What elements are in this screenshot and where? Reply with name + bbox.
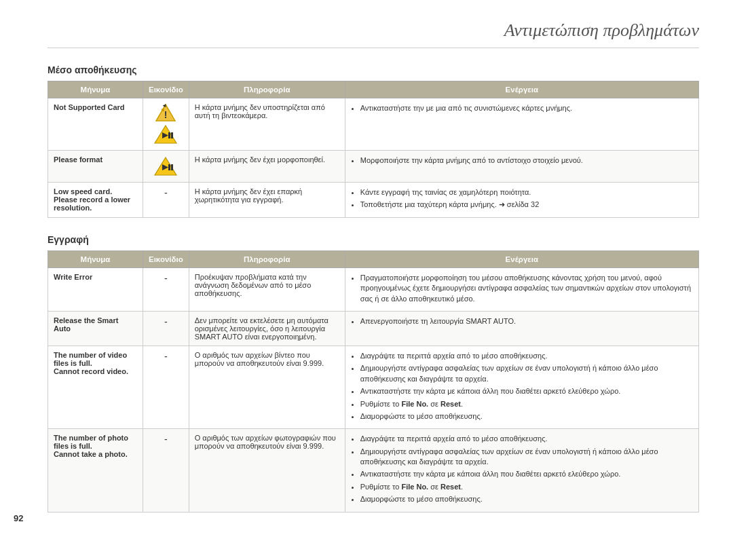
row-message: Not Supported Card <box>48 98 143 151</box>
page-number: 92 <box>14 513 23 523</box>
bold-file-no-2: File No. <box>401 483 428 491</box>
storage-header-message: Μήνυμα <box>48 81 143 98</box>
table-row: Please format Η κάρτα μνήμης δεν έχει μο… <box>48 151 699 183</box>
bold-file-no: File No. <box>401 400 428 408</box>
svg-text:!: ! <box>164 109 168 120</box>
row-icon: - <box>143 429 189 512</box>
row-action: Απενεργοποιήστε τη λειτουργία SMART AUTO… <box>345 311 698 346</box>
rec-header-icon: Εικονίδιο <box>143 250 189 267</box>
row-info: Δεν μπορείτε να εκτελέσετε μη αυτόματα ο… <box>189 311 345 346</box>
row-message: The number of photo files is full. Canno… <box>48 429 143 512</box>
section-title-storage: Μέσο αποθήκευσης <box>48 64 699 75</box>
rec-header-message: Μήνυμα <box>48 250 143 267</box>
section-title-recording: Εγγραφή <box>48 234 699 245</box>
row-action: Διαγράψτε τα περιττά αρχεία από το μέσο … <box>345 429 698 512</box>
row-message: The number of video files is full. Canno… <box>48 346 143 428</box>
row-info: Ο αριθμός των αρχείων φωτογραφιών που μπ… <box>189 429 345 512</box>
svg-rect-10 <box>168 164 170 170</box>
rec-header-action: Ενέργεια <box>345 250 698 267</box>
row-info: Προέκυψαν προβλήματα κατά την ανάγνωση δ… <box>189 267 345 311</box>
row-icon: - <box>143 346 189 428</box>
row-message: Low speed card. Please record a lower re… <box>48 183 143 218</box>
table-row: Release the Smart Auto - Δεν μπορείτε να… <box>48 311 699 346</box>
svg-rect-6 <box>168 132 170 138</box>
row-icon: - <box>143 267 189 311</box>
table-row: The number of photo files is full. Canno… <box>48 429 699 512</box>
row-info: Η κάρτα μνήμης δεν υποστηρίζεται από αυτ… <box>189 98 345 151</box>
storage-header-info: Πληροφορία <box>189 81 345 98</box>
table-row: The number of video files is full. Canno… <box>48 346 699 428</box>
recording-table: Μήνυμα Εικονίδιο Πληροφορία Ενέργεια Wri… <box>48 250 699 512</box>
row-info: Η κάρτα μνήμης δεν έχει μορφοποιηθεί. <box>189 151 345 183</box>
svg-rect-7 <box>171 132 173 138</box>
row-action: Πραγματοποιήστε μορφοποίηση του μέσου απ… <box>345 267 698 311</box>
svg-text:◄: ◄ <box>162 103 167 109</box>
storage-header-action: Ενέργεια <box>345 81 698 98</box>
row-action: Κάντε εγγραφή της ταινίας σε χαμηλότερη … <box>345 183 698 218</box>
row-icon: - <box>143 311 189 346</box>
row-icon <box>143 151 189 183</box>
warning-icon: ! ◄ <box>155 103 176 122</box>
row-action: Αντικαταστήστε την με μια από τις συνιστ… <box>345 98 698 151</box>
row-message: Please format <box>48 151 143 183</box>
storage-table: Μήνυμα Εικονίδιο Πληροφορία Ενέργεια Not… <box>48 81 699 218</box>
row-action: Διαγράψτε τα περιττά αρχεία από το μέσο … <box>345 346 698 428</box>
row-message: Write Error <box>48 267 143 311</box>
row-action: Μορφοποιήστε την κάρτα μνήμης από το αντ… <box>345 151 698 183</box>
row-message: Release the Smart Auto <box>48 311 143 346</box>
row-info: Η κάρτα μνήμης δεν έχει επαρκή χωρητικότ… <box>189 183 345 218</box>
page-title: Αντιμετώπιση προβλημάτων <box>48 20 699 48</box>
storage-header-icon: Εικονίδιο <box>143 81 189 98</box>
bold-reset-2: Reset <box>440 483 461 491</box>
bold-reset: Reset <box>440 400 461 408</box>
row-icon: ! ◄ <box>143 98 189 151</box>
table-row: Low speed card. Please record a lower re… <box>48 183 699 218</box>
table-row: Write Error - Προέκυψαν προβλήματα κατά … <box>48 267 699 311</box>
svg-rect-11 <box>171 164 173 170</box>
row-info: Ο αριθμός των αρχείων βίντεο που μπορούν… <box>189 346 345 428</box>
svg-rect-2 <box>162 109 164 111</box>
rec-header-info: Πληροφορία <box>189 250 345 267</box>
row-icon: - <box>143 183 189 218</box>
table-row: Not Supported Card ! ◄ <box>48 98 699 151</box>
page-container: Αντιμετώπιση προβλημάτων Μέσο αποθήκευση… <box>0 0 733 550</box>
